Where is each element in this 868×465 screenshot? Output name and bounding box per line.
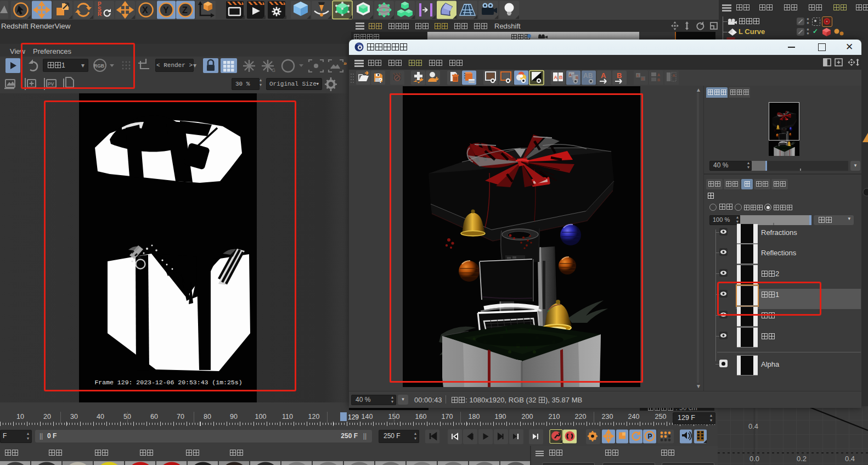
svg-text:A: A xyxy=(554,75,558,80)
svg-text:Z: Z xyxy=(182,5,188,15)
svg-text:?: ? xyxy=(379,77,382,85)
svg-text:B: B xyxy=(559,75,563,80)
svg-text:A: A xyxy=(569,73,572,77)
svg-text:AB: AB xyxy=(583,72,593,80)
svg-text:A: A xyxy=(657,73,660,77)
svg-text:Y: Y xyxy=(163,5,169,15)
svg-text:A: A xyxy=(601,71,606,80)
svg-text:B: B xyxy=(657,78,660,82)
svg-text:R: R xyxy=(98,11,102,17)
svg-text:A: A xyxy=(673,74,675,77)
svg-text:X: X xyxy=(142,5,148,15)
svg-text:G: G xyxy=(272,68,275,73)
svg-text:B: B xyxy=(641,77,644,81)
svg-text:A: A xyxy=(636,74,639,77)
svg-text:B: B xyxy=(617,71,622,80)
svg-text:P: P xyxy=(648,433,652,440)
